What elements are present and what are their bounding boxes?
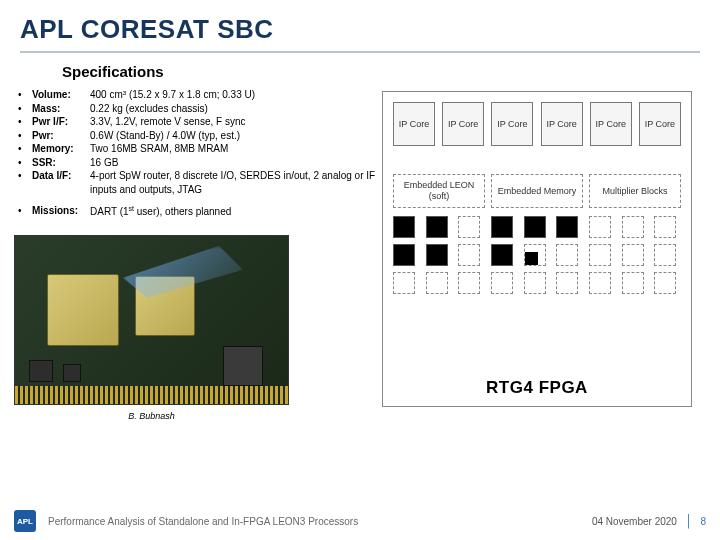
resource-block-icon bbox=[426, 216, 448, 238]
resource-block-icon bbox=[556, 244, 578, 266]
block-group-label: Embedded Memory bbox=[491, 174, 583, 208]
resource-block-icon bbox=[654, 216, 676, 238]
board-component-icon bbox=[63, 364, 81, 382]
spec-label: Pwr I/F: bbox=[32, 115, 90, 129]
resource-block-icon bbox=[654, 244, 676, 266]
resource-block-icon bbox=[589, 216, 611, 238]
block-grid bbox=[393, 216, 485, 294]
footer-separator-icon: │ bbox=[685, 514, 693, 528]
spec-label: Pwr: bbox=[32, 129, 90, 143]
resource-block-icon bbox=[524, 272, 546, 294]
spec-value: 400 cm³ (15.2 x 9.7 x 1.8 cm; 0.33 U) bbox=[90, 88, 382, 102]
resource-block-icon bbox=[491, 272, 513, 294]
ip-core-block: IP Core bbox=[639, 102, 681, 146]
spec-label: SSR: bbox=[32, 156, 90, 170]
specs-heading: Specifications bbox=[14, 63, 382, 80]
slide: APL CORESAT SBC Specifications Volume:40… bbox=[0, 0, 720, 540]
resource-block-icon bbox=[524, 244, 546, 266]
resource-block-icon bbox=[393, 216, 415, 238]
board-component-icon bbox=[29, 360, 53, 382]
resource-block-icon bbox=[458, 244, 480, 266]
resource-block-icon bbox=[458, 216, 480, 238]
block-group-label: Multiplier Blocks bbox=[589, 174, 681, 208]
title-area: APL CORESAT SBC bbox=[0, 0, 720, 57]
left-column: Specifications Volume:400 cm³ (15.2 x 9.… bbox=[14, 63, 382, 421]
resource-block-icon bbox=[491, 244, 513, 266]
spec-value: 16 GB bbox=[90, 156, 382, 170]
block-group-multiplier: Multiplier Blocks bbox=[589, 174, 681, 294]
right-column: IP Core IP Core IP Core IP Core IP Core … bbox=[382, 63, 706, 421]
footer: APL Performance Analysis of Standalone a… bbox=[0, 502, 720, 540]
board-edge-connector-icon bbox=[15, 386, 288, 404]
specs-list: Volume:400 cm³ (15.2 x 9.7 x 1.8 cm; 0.3… bbox=[14, 88, 382, 219]
spec-value: 0.6W (Stand-By) / 4.0W (typ, est.) bbox=[90, 129, 382, 143]
resource-block-icon bbox=[393, 244, 415, 266]
resource-block-icon bbox=[556, 216, 578, 238]
resource-block-icon bbox=[524, 216, 546, 238]
content-area: Specifications Volume:400 cm³ (15.2 x 9.… bbox=[0, 57, 720, 421]
slide-title: APL CORESAT SBC bbox=[20, 14, 700, 45]
block-grid bbox=[491, 216, 583, 294]
spec-label: Volume: bbox=[32, 88, 90, 102]
apl-logo-icon: APL bbox=[14, 510, 36, 532]
board-component-icon bbox=[223, 346, 263, 386]
spec-label: Memory: bbox=[32, 142, 90, 156]
photo-credit: B. Bubnash bbox=[14, 411, 289, 421]
spec-value: 0.22 kg (excludes chassis) bbox=[90, 102, 382, 116]
fpga-title: RTG4 FPGA bbox=[383, 378, 691, 398]
spec-value: 4-port SpW router, 8 discrete I/O, SERDE… bbox=[90, 169, 382, 196]
spec-value: DART (1st user), others planned bbox=[90, 204, 382, 219]
block-grid bbox=[589, 216, 681, 294]
fpga-diagram: IP Core IP Core IP Core IP Core IP Core … bbox=[382, 91, 692, 407]
ip-core-row: IP Core IP Core IP Core IP Core IP Core … bbox=[389, 102, 685, 146]
resource-block-icon bbox=[393, 272, 415, 294]
spec-label: Data I/F: bbox=[32, 169, 90, 196]
spec-value: Two 16MB SRAM, 8MB MRAM bbox=[90, 142, 382, 156]
ip-core-block: IP Core bbox=[590, 102, 632, 146]
resource-block-icon bbox=[426, 272, 448, 294]
footer-date: 04 November 2020 bbox=[592, 516, 677, 527]
resource-block-icon bbox=[622, 272, 644, 294]
resource-block-icon bbox=[654, 272, 676, 294]
ip-core-block: IP Core bbox=[442, 102, 484, 146]
resource-block-icon bbox=[491, 216, 513, 238]
resource-block-icon bbox=[589, 272, 611, 294]
resource-block-icon bbox=[589, 244, 611, 266]
block-group-leon: Embedded LEON (soft) bbox=[393, 174, 485, 294]
resource-block-icon bbox=[622, 244, 644, 266]
ip-core-block: IP Core bbox=[393, 102, 435, 146]
resource-block-icon bbox=[458, 272, 480, 294]
spec-label: Mass: bbox=[32, 102, 90, 116]
footer-page-number: 8 bbox=[700, 516, 706, 527]
resource-block-icon bbox=[426, 244, 448, 266]
spec-value: 3.3V, 1.2V, remote V sense, F sync bbox=[90, 115, 382, 129]
title-rule bbox=[20, 51, 700, 53]
footer-title: Performance Analysis of Standalone and I… bbox=[48, 516, 592, 527]
resource-block-icon bbox=[556, 272, 578, 294]
ip-core-block: IP Core bbox=[491, 102, 533, 146]
block-group-label: Embedded LEON (soft) bbox=[393, 174, 485, 208]
resource-block-icon bbox=[622, 216, 644, 238]
board-photo bbox=[14, 235, 289, 405]
board-chip-icon bbox=[47, 274, 119, 346]
block-group-memory: Embedded Memory bbox=[491, 174, 583, 294]
block-row: Embedded LEON (soft) bbox=[389, 174, 685, 294]
ip-core-block: IP Core bbox=[541, 102, 583, 146]
spec-label: Missions: bbox=[32, 204, 90, 219]
